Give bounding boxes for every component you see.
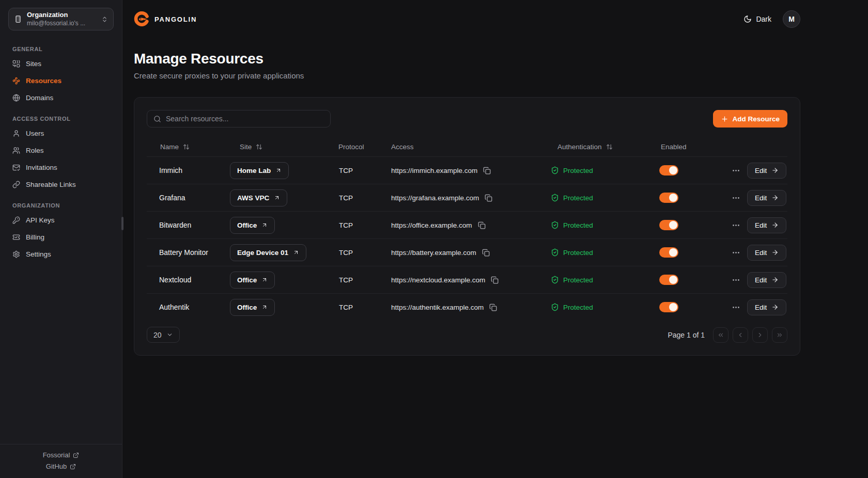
copy-url-button[interactable] [489,304,497,311]
site-name: Office [237,221,257,229]
copy-url-button[interactable] [491,276,499,284]
protocol: TCP [333,249,384,257]
sidebar-item-settings[interactable]: Settings [0,246,122,263]
row-menu-button[interactable] [732,276,740,284]
edit-button[interactable]: Edit [747,272,786,288]
page-size-value: 20 [153,331,162,339]
edit-button[interactable]: Edit [747,245,786,261]
previous-page-button[interactable] [733,327,748,343]
row-menu-button[interactable] [732,166,740,175]
ellipsis-icon [732,166,740,175]
copy-icon [478,221,486,229]
table-footer: 20 Page 1 of 1 [147,327,787,343]
section-label-general: GENERAL [0,46,122,52]
sidebar-footer: Fossorial GitHub [0,444,122,478]
edit-button[interactable]: Edit [747,190,786,206]
copy-icon [485,194,492,202]
protocol: TCP [333,221,384,229]
resources-card: Add Resource Name Site Protocol Access A… [134,97,800,356]
copy-url-button[interactable] [482,249,490,257]
copy-url-button[interactable] [485,194,492,202]
ellipsis-icon [732,194,740,202]
sidebar-item-api-keys[interactable]: API Keys [0,212,122,229]
row-menu-button[interactable] [732,194,740,202]
table-row: Grafana AWS VPC TCP https://grafana.exam… [147,184,787,211]
github-link[interactable]: GitHub [46,461,76,471]
search-icon [153,115,161,123]
enabled-toggle[interactable] [659,275,678,285]
site-link-button[interactable]: Home Lab [230,162,289,179]
edit-button[interactable]: Edit [747,163,786,179]
first-page-button[interactable] [713,327,729,343]
arrow-right-icon [771,304,779,311]
enabled-toggle[interactable] [659,165,678,176]
column-header-enabled: Enabled [654,143,732,151]
copy-url-button[interactable] [483,167,491,174]
sidebar-item-sites[interactable]: Sites [0,55,122,72]
ellipsis-icon [732,248,740,257]
arrow-up-right-icon [261,222,268,228]
access-url: https://battery.example.com [391,249,476,257]
shield-check-icon [551,221,559,229]
user-icon [12,130,20,137]
brand[interactable]: PANGOLIN [134,11,197,27]
org-selector[interactable]: Organization milo@fossorial.io's ... [8,8,114,30]
enabled-toggle[interactable] [659,302,678,312]
column-label: Access [391,143,414,151]
sidebar-item-domains[interactable]: Domains [0,89,122,106]
sidebar-item-invitations[interactable]: Invitations [0,159,122,176]
sidebar-item-users[interactable]: Users [0,125,122,142]
row-menu-button[interactable] [732,303,740,312]
search-box [147,110,331,128]
sidebar-item-resources[interactable]: Resources [0,72,122,89]
copy-url-button[interactable] [478,221,486,229]
sidebar-resize-handle[interactable] [121,217,123,230]
enabled-toggle[interactable] [659,220,678,230]
user-avatar[interactable]: M [783,10,800,28]
search-input[interactable] [166,115,324,123]
site-link-button[interactable]: AWS VPC [230,189,287,206]
sidebar-item-billing[interactable]: Billing [0,229,122,246]
add-resource-button[interactable]: Add Resource [713,110,787,128]
resource-name: Nextcloud [147,276,224,284]
row-menu-button[interactable] [732,248,740,257]
shield-check-icon [551,248,559,257]
link-icon [12,181,20,188]
column-header-site[interactable]: Site [224,143,333,151]
sort-icon [606,144,613,150]
shield-check-icon [551,166,559,174]
theme-toggle-button[interactable]: Dark [743,15,771,23]
main-content: PANGOLIN Dark M Manage Resources Create … [122,0,868,478]
enabled-toggle[interactable] [659,247,678,258]
resource-name: Immich [147,166,224,174]
table-row: Battery Monitor Edge Device 01 TCP https… [147,238,787,266]
fossorial-link[interactable]: Fossorial [43,450,80,460]
site-link-button[interactable]: Edge Device 01 [230,244,306,261]
waypoints-icon [12,77,20,85]
arrow-up-right-icon [275,167,282,173]
brand-name: PANGOLIN [154,15,197,23]
section-label-organization: ORGANIZATION [0,202,122,209]
sidebar-item-roles[interactable]: Roles [0,142,122,159]
sidebar-item-shareable-links[interactable]: Shareable Links [0,176,122,193]
column-header-authentication[interactable]: Authentication [545,143,654,151]
next-page-button[interactable] [752,327,768,343]
site-link-button[interactable]: Office [230,272,275,289]
page-size-select[interactable]: 20 [147,327,180,343]
access-url: https://authentik.example.com [391,304,484,311]
column-label: Protocol [338,143,364,151]
enabled-toggle[interactable] [659,193,678,203]
arrow-right-icon [771,194,779,201]
column-label: Name [160,143,179,151]
protocol: TCP [333,194,384,202]
page-title: Manage Resources [134,51,800,67]
auth-status: Protected [563,194,593,202]
edit-button[interactable]: Edit [747,217,786,233]
row-menu-button[interactable] [732,221,740,230]
shield-check-icon [551,303,559,311]
last-page-button[interactable] [772,327,787,343]
site-link-button[interactable]: Office [230,217,275,234]
column-header-name[interactable]: Name [147,143,224,151]
edit-button[interactable]: Edit [747,299,786,315]
site-link-button[interactable]: Office [230,299,275,316]
